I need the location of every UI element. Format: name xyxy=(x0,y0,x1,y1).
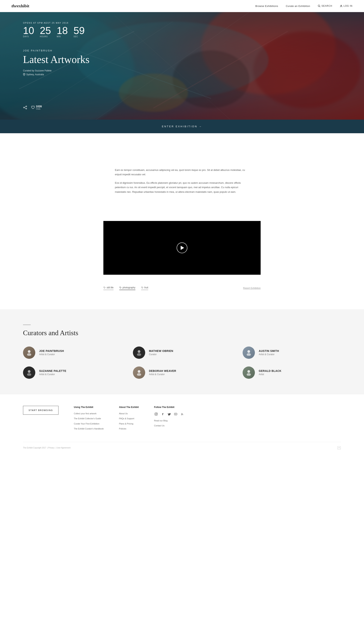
svg-point-23 xyxy=(138,350,140,353)
footer-bottom: The Exhibit Copyright 2017 | Privacy | U… xyxy=(23,442,341,450)
person-icon-deborah xyxy=(136,370,142,376)
youtube-icon[interactable] xyxy=(174,412,178,416)
curator-role-austin: Artist & Curator xyxy=(259,353,279,356)
social-icons-row xyxy=(154,412,184,416)
share-icon[interactable] xyxy=(23,105,27,110)
footer-link-policies[interactable]: Policies xyxy=(119,427,139,430)
site-logo[interactable]: theexhibit xyxy=(12,3,29,8)
hero-title: Latest Artworks xyxy=(23,54,341,66)
tag-fruit[interactable]: fruit xyxy=(141,286,148,290)
curator-item-gerald: GERALD BLACK Artist xyxy=(243,367,341,379)
svg-point-16 xyxy=(26,106,27,107)
curators-section: Curators and Artists JOE PAINTBRUSH Arti… xyxy=(0,309,364,394)
search-icon xyxy=(318,5,321,7)
countdown-min: 18 Min xyxy=(57,26,68,38)
curators-section-title: Curators and Artists xyxy=(23,329,341,337)
curator-info-gerald: GERALD BLACK Artist xyxy=(259,369,281,376)
footer-link-plans[interactable]: Plans & Pricing xyxy=(119,422,139,425)
svg-point-27 xyxy=(28,370,30,373)
site-header: theexhibit Browse Exhibitions Curate an … xyxy=(0,0,364,12)
tags-list: still life photography fruit xyxy=(103,286,148,290)
report-exhibition-link[interactable]: Report Exhibition xyxy=(243,287,261,289)
footer-col-using-title: Using The Exhibit xyxy=(74,406,104,409)
nav-browse[interactable]: Browse Exhibitions xyxy=(255,5,278,7)
enter-exhibition-bar[interactable]: ENTER EXHIBITION → xyxy=(0,120,364,133)
twitter-icon[interactable] xyxy=(167,412,171,416)
instagram-icon[interactable] xyxy=(154,412,158,416)
footer-col-using: Using The Exhibit Collect your first art… xyxy=(74,406,104,432)
nav-search[interactable]: SEARCH xyxy=(318,5,332,7)
footer-privacy-link[interactable]: Privacy xyxy=(48,447,55,449)
footer-link-contact[interactable]: Contact Us xyxy=(154,424,184,427)
svg-point-25 xyxy=(247,350,250,353)
svg-rect-39 xyxy=(338,446,341,449)
countdown: 10 Days 25 Hours 18 Min 59 Sec xyxy=(23,26,341,38)
curator-avatar-mathew xyxy=(133,346,145,359)
footer-col-about: About The Exhibit About Us FAQs & Suppor… xyxy=(119,406,139,432)
curator-avatar-deborah xyxy=(133,367,145,379)
svg-line-20 xyxy=(25,108,26,109)
svg-point-24 xyxy=(137,353,141,356)
curator-item-joe: JOE PAINTBRUSH Artist & Curator xyxy=(23,346,121,359)
footer-link-curators-handbook[interactable]: The Exhibit Curator's Handbook xyxy=(74,427,104,430)
curator-name-austin: AUSTIN SMITH xyxy=(259,349,279,353)
footer-top: START BROWSING Using The Exhibit Collect… xyxy=(23,406,341,432)
curator-role-joe: Artist & Curator xyxy=(39,353,64,356)
video-player[interactable] xyxy=(103,221,261,275)
footer-link-curate-exhibition[interactable]: Curate Your First Exhibition xyxy=(74,422,104,425)
start-browsing-button[interactable]: START BROWSING xyxy=(23,406,58,415)
facebook-icon[interactable] xyxy=(160,412,165,416)
footer-link-faqs[interactable]: FAQs & Support xyxy=(119,417,139,420)
curator-role-gerald: Artist xyxy=(259,373,281,376)
svg-point-29 xyxy=(138,370,140,373)
site-footer: START BROWSING Using The Exhibit Collect… xyxy=(0,394,364,455)
curator-info-joe: JOE PAINTBRUSH Artist & Curator xyxy=(39,349,64,356)
tag-photography[interactable]: photography xyxy=(119,286,135,290)
footer-link-collect[interactable]: Collect your first artwork xyxy=(74,412,104,415)
nav-login[interactable]: LOG IN xyxy=(340,5,352,7)
curator-item-austin: AUSTIN SMITH Artist & Curator xyxy=(243,346,341,359)
footer-user-agreement-link[interactable]: User Agreement xyxy=(57,447,70,449)
logo-main: exhibit xyxy=(17,3,29,8)
nav-curate[interactable]: Curate an Exhibition xyxy=(286,5,310,7)
heart-icon[interactable] xyxy=(31,106,35,109)
person-icon-gerald xyxy=(246,370,252,376)
hero-social xyxy=(23,105,27,110)
hero-bottom: 1026 Visits xyxy=(23,105,341,110)
curator-avatar-joe xyxy=(23,346,35,359)
hero-location: Sydney, Australia xyxy=(23,73,341,76)
person-icon-suzanne xyxy=(26,370,32,376)
footer-link-collectors-guide[interactable]: The Exhibit Collector's Guide xyxy=(74,417,104,420)
curator-info-suzanne: SUZANNE PALETTE Artist & Curator xyxy=(39,369,66,376)
countdown-sec: 59 Sec xyxy=(74,26,85,38)
svg-point-31 xyxy=(247,370,250,373)
svg-line-1 xyxy=(320,7,321,7)
svg-point-38 xyxy=(181,414,182,415)
description-section: Eam ex tempor constituam, accusamus adip… xyxy=(115,152,249,213)
svg-marker-37 xyxy=(175,413,176,414)
scroll-to-top-icon[interactable] xyxy=(337,446,341,450)
footer-col-follow: Follow The Exhibit xyxy=(154,406,184,432)
curator-avatar-suzanne xyxy=(23,367,35,379)
section-divider xyxy=(23,325,31,325)
rss-icon[interactable] xyxy=(180,412,184,416)
footer-col-about-title: About The Exhibit xyxy=(119,406,139,409)
curator-name-joe: JOE PAINTBRUSH xyxy=(39,349,64,353)
svg-point-30 xyxy=(137,373,141,376)
person-icon-joe xyxy=(26,350,32,356)
curator-info-austin: AUSTIN SMITH Artist & Curator xyxy=(259,349,279,356)
curator-item-suzanne: SUZANNE PALETTE Artist & Curator xyxy=(23,367,121,379)
svg-point-0 xyxy=(318,5,320,7)
footer-link-about[interactable]: About Us xyxy=(119,412,139,415)
hero-likes: 1026 Visits xyxy=(31,105,42,110)
svg-point-32 xyxy=(247,373,251,376)
footer-copyright: The Exhibit Copyright 2017 | Privacy | U… xyxy=(23,447,71,449)
tag-still-life[interactable]: still life xyxy=(103,286,114,290)
person-icon-austin xyxy=(246,350,252,356)
play-button[interactable] xyxy=(177,243,187,253)
curator-name-deborah: DEBORAH WEAVER xyxy=(149,369,176,372)
curator-item-mathew: MATHEW OBRIEN Curator xyxy=(133,346,231,359)
hero-content: OPENS AT 6PM AEST 25 MAY 2018 10 Days 25… xyxy=(0,12,364,120)
main-content-area: Eam ex tempor constituam, accusamus adip… xyxy=(0,133,364,309)
footer-link-blog[interactable]: Read our Blog xyxy=(154,419,184,422)
